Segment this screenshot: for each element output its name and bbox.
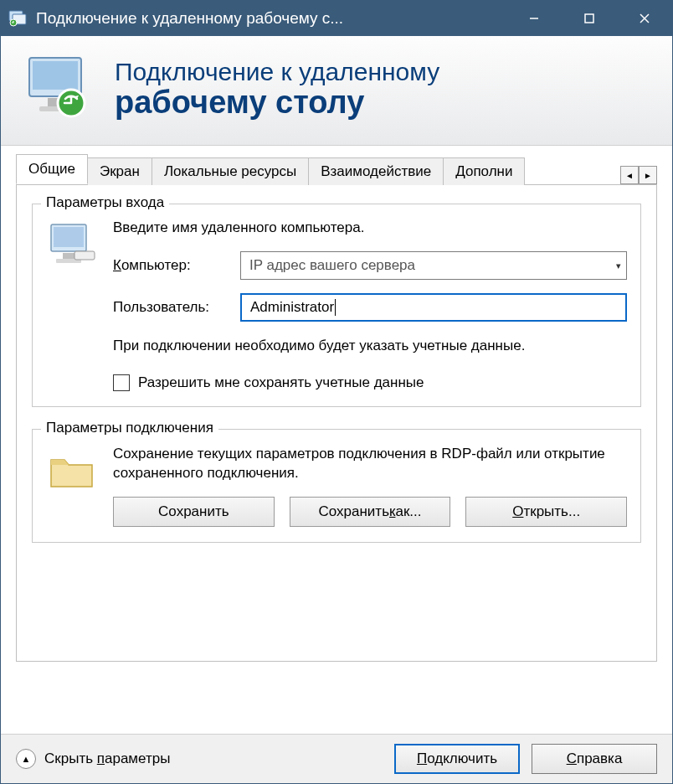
svg-rect-8 [33,61,78,90]
rdp-logo-icon [21,51,96,126]
collapse-options-button[interactable]: ▲ [16,749,36,769]
tab-scroll-right[interactable]: ► [639,166,657,184]
tab-local-resources[interactable]: Локальные ресурсы [152,157,309,185]
maximize-button[interactable] [562,1,617,36]
computer-icon [46,219,98,391]
svg-rect-14 [63,253,74,259]
chevron-down-icon: ▾ [616,260,621,271]
login-instruction: Введите имя удаленного компьютера. [113,219,627,236]
tab-area: Общие Экран Локальные ресурсы Взаимодейс… [1,146,672,662]
header-line1: Подключение к удаленному [115,58,439,85]
tab-general[interactable]: Общие [16,154,88,184]
minimize-button[interactable] [506,1,562,36]
tab-advanced[interactable]: Дополни [444,157,525,185]
save-credentials-checkbox[interactable] [113,374,130,391]
svg-rect-4 [585,14,593,23]
save-as-button[interactable]: Сохранить как... [290,497,451,527]
app-icon [8,8,28,28]
connection-settings-group: Параметры подключения Сохранение текущих… [32,429,641,543]
connection-description: Сохранение текущих параметров подключени… [113,445,627,483]
hide-options-link[interactable]: Скрыть параметры [44,750,170,767]
computer-value: IP адрес вашего сервера [249,257,616,274]
text-caret [335,299,336,316]
window-title: Подключение к удаленному рабочему с... [36,9,506,28]
folder-icon [46,445,98,527]
login-settings-group: Параметры входа Введите имя удаленного к… [32,204,641,407]
connection-group-legend: Параметры подключения [41,420,218,436]
svg-rect-16 [74,251,95,260]
login-group-legend: Параметры входа [41,194,169,211]
username-field[interactable]: Administrator [240,293,627,322]
save-button[interactable]: Сохранить [113,497,275,527]
header-title-group: Подключение к удаленному рабочему столу [115,58,439,121]
username-label: Пользователь: [113,299,230,316]
tab-scroll-buttons: ◄ ► [620,166,657,184]
titlebar: Подключение к удаленному рабочему с... [1,1,672,36]
svg-rect-13 [54,227,84,247]
credentials-note: При подключении необходимо будет указать… [113,337,627,356]
bottom-bar: ▲ Скрыть параметры Подключить Справка [1,734,672,783]
connect-button[interactable]: Подключить [394,744,520,774]
header-line2: рабочему столу [115,85,439,121]
save-credentials-row[interactable]: Разрешить мне сохранять учетные данные [113,374,627,391]
tab-display[interactable]: Экран [88,157,152,185]
computer-combobox[interactable]: IP адрес вашего сервера ▾ [240,251,627,280]
close-button[interactable] [617,1,672,36]
help-button[interactable]: Справка [532,744,657,774]
tab-experience[interactable]: Взаимодействие [309,157,444,185]
tab-content: Параметры входа Введите имя удаленного к… [16,184,657,662]
computer-label: Компьютер: [113,257,230,274]
header: Подключение к удаленному рабочему столу [1,36,672,146]
username-value: Administrator [250,299,334,316]
window-controls [506,1,672,36]
tab-row: Общие Экран Локальные ресурсы Взаимодейс… [16,156,657,184]
save-credentials-label: Разрешить мне сохранять учетные данные [138,374,424,391]
open-button[interactable]: Открыть... [465,497,627,527]
rdp-window: Подключение к удаленному рабочему с... [0,0,673,784]
tab-scroll-left[interactable]: ◄ [620,166,639,184]
